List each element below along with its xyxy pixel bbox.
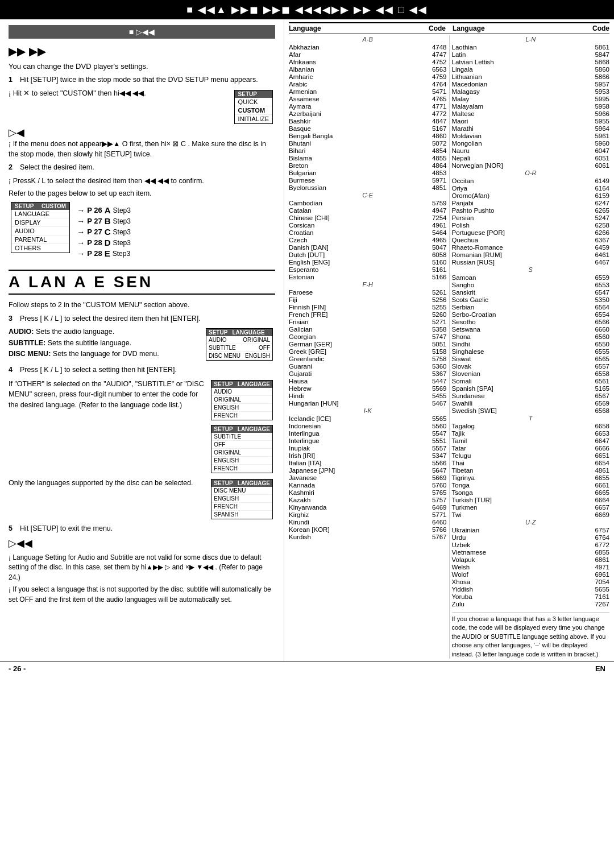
- lang-swahili: Swahili6569: [452, 399, 610, 407]
- lang-marathi: Marathi5964: [452, 125, 610, 132]
- audio-setup-box: SETUP LANGUAGE AUDIOORIGINAL SUBTITLEOFF…: [206, 328, 273, 361]
- lang-azerbaijani: Azerbaijani4772: [289, 110, 447, 117]
- audio-other-box: SETUP LANGUAGE AUDIO ORIGINAL ENGLISH FR…: [211, 380, 273, 420]
- lang-aymara: Aymara4771: [289, 102, 447, 110]
- step-others: OTHERS: [11, 244, 69, 253]
- lang-bihari: Bihari4854: [289, 147, 447, 154]
- lang-ukrainian: Ukrainian6757: [452, 526, 610, 534]
- lang-thai: Thai6654: [452, 459, 610, 466]
- setup-item-custom: CUSTOM: [235, 106, 272, 115]
- section-uz: U-Z: [452, 518, 610, 526]
- lang-oriya: Oriya6164: [452, 184, 610, 192]
- step-5: 5 Hit [SETUP] to exit the menu.: [9, 524, 275, 534]
- lang-serbo-croatian: Serbo-Croatian6554: [452, 311, 610, 318]
- lang-persian: Persian5247: [452, 214, 610, 221]
- lang-kazakh: Kazakh5757: [289, 496, 447, 503]
- lang-maltese: Maltese5966: [452, 110, 610, 117]
- step-parental: PARENTAL: [11, 235, 69, 244]
- lang-croatian: Croatian5464: [289, 229, 447, 236]
- lang-interlingue: Interlingue5551: [289, 437, 447, 444]
- lang-portuguese: Portuguese [POR]6266: [452, 229, 610, 236]
- lang-corsican: Corsican4961: [289, 221, 447, 229]
- lang-tibetan: Tibetan4861: [452, 466, 610, 474]
- lang-tigrinya: Tigrinya6655: [452, 474, 610, 481]
- steps-setup-title: SETUP CUSTOM: [11, 202, 69, 210]
- section-or: O-R: [452, 169, 610, 177]
- step-display: DISPLAY: [11, 218, 69, 227]
- mini-transport-icons: ■ ▷◀◀: [129, 27, 155, 36]
- lang-norwegian: Norwegian [NOR]6061: [452, 162, 610, 169]
- lang-volapuk: Volapuk6861: [452, 556, 610, 563]
- lang-tagalog: Tagalog6658: [452, 422, 610, 429]
- lang-byelorussian: Byelorussian4851: [289, 184, 447, 191]
- transport-icons: ■ ◀◀▲ ▶▶◼ ▶▶◼ ◀◀◀◀▶▶ ▶▶ ◀◀ □ ◀◀: [186, 3, 428, 16]
- lang-bhutani: Bhutani5072: [289, 139, 447, 147]
- lang-albanian: Albanian6563: [289, 65, 447, 73]
- page-footer: - 26 - EN: [0, 662, 614, 675]
- lang-slovak: Slovak6557: [452, 362, 610, 370]
- setup-menu-box: SETUP QUICK CUSTOM INITIALIZE: [234, 90, 273, 124]
- footer-note-1: ¡ Language Setting for Audio and Subtitl…: [9, 553, 275, 582]
- lang-nauru: Nauru6047: [452, 147, 610, 154]
- lang-mongolian: Mongolian5960: [452, 139, 610, 147]
- lang-interlingua: Interlingua5547: [289, 429, 447, 437]
- lang-hebrew: Hebrew5569: [289, 385, 447, 392]
- lang-occitan: Occitan6149: [452, 177, 610, 184]
- section-s: S: [452, 266, 610, 274]
- lang-inupiak: Inupiak5557: [289, 444, 447, 452]
- lang-dutch: Dutch [DUT]6058: [289, 251, 447, 258]
- diagram-row-e: → P 28 E Step3: [77, 249, 131, 258]
- lang-malay: Malay5995: [452, 95, 610, 102]
- lang-shona: Shona6560: [452, 333, 610, 340]
- step2b-text: ¡ PressK / L to select the desired item …: [9, 176, 275, 187]
- lang-arabic: Arabic4764: [289, 80, 447, 88]
- lang-japanese: Japanese [JPN]5647: [289, 466, 447, 474]
- section-t: T: [452, 414, 610, 422]
- audio-setup-header: SETUP LANGUAGE: [206, 329, 272, 336]
- col1-lang-header: Language: [289, 24, 417, 32]
- step-lang: LANGUAGE: [11, 210, 69, 218]
- lang-burmese: Burmese5971: [289, 176, 447, 184]
- lang-turkmen: Turkmen6657: [452, 503, 610, 511]
- audio-desc: AUDIO: Sets the audio language.: [9, 327, 199, 337]
- lang-scots-gaelic: Scots Gaelic5350: [452, 296, 610, 303]
- lang-lingala: Lingala5860: [452, 65, 610, 73]
- disc-menu-desc: DISC MENU: Sets the language for DVD men…: [9, 349, 199, 359]
- lang-sindhi: Sindhi6550: [452, 340, 610, 348]
- lang-moldavian: Moldavian5961: [452, 132, 610, 139]
- lang-romanian: Romanian [RUM]6461: [452, 251, 610, 258]
- lang-samoan: Samoan6559: [452, 274, 610, 281]
- lang-finnish: Finnish [FIN]5255: [289, 303, 447, 311]
- setup-item-quick: QUICK: [235, 98, 272, 106]
- lang-setswana: Setswana6660: [452, 325, 610, 333]
- follow-text: Follow steps to 2 in the "CUSTOM MENU" s…: [9, 300, 275, 311]
- lang-georgian: Georgian5747: [289, 333, 447, 340]
- step-3: 3 Press [ K / L ] to select the desired …: [9, 314, 275, 324]
- step-5-text: Hit [SETUP] to exit the menu.: [20, 524, 113, 534]
- lang-catalan: Catalan4947: [289, 206, 447, 214]
- lang-oromo: Oromo(Afan)6159: [452, 192, 610, 199]
- lang-tajik: Tajik6653: [452, 429, 610, 437]
- step-3-text: Press [ K / L ] to select the desired it…: [20, 314, 201, 324]
- lang-hungarian: Hungarian [HUN]5467: [289, 399, 447, 407]
- lang-kirundi: Kirundi6460: [289, 518, 447, 526]
- lang-sanskrit: Sanskrit6547: [452, 288, 610, 296]
- steps-diagram: → P 26 A Step3 → P 27 B Step3 → P 27 C S…: [77, 205, 131, 259]
- lang-greek: Greek [GRE]5158: [289, 348, 447, 355]
- top-transport-bar: ■ ◀◀▲ ▶▶◼ ▶▶◼ ◀◀◀◀▶▶ ▶▶ ◀◀ □ ◀◀: [0, 0, 614, 19]
- lang-assamese: Assamese4765: [289, 95, 447, 102]
- lang-hausa: Hausa5447: [289, 377, 447, 385]
- lang-serbian: Serbian6564: [452, 303, 610, 311]
- lang-tatar: Tatar6666: [452, 444, 610, 452]
- setup-box-title: SETUP: [235, 90, 272, 98]
- col2-lang-header: Language: [453, 24, 581, 32]
- footer-note-2: ¡ If you select a language that is not s…: [9, 585, 275, 605]
- lang-telugu: Telugu6651: [452, 452, 610, 459]
- bullet-1b: ¡: [9, 89, 11, 97]
- lang-singhalese: Singhalese6555: [452, 348, 610, 355]
- forward-icons: ▶▶ ▶▶: [9, 44, 46, 58]
- lang-galician: Galician5358: [289, 325, 447, 333]
- step-4: 4 Press [ K / L ] to select a setting th…: [9, 365, 275, 375]
- left-lang-column: A-B Abkhazian4748 Afar4747 Afrikaans4752…: [289, 35, 447, 659]
- lang-urdu: Urdu6764: [452, 534, 610, 541]
